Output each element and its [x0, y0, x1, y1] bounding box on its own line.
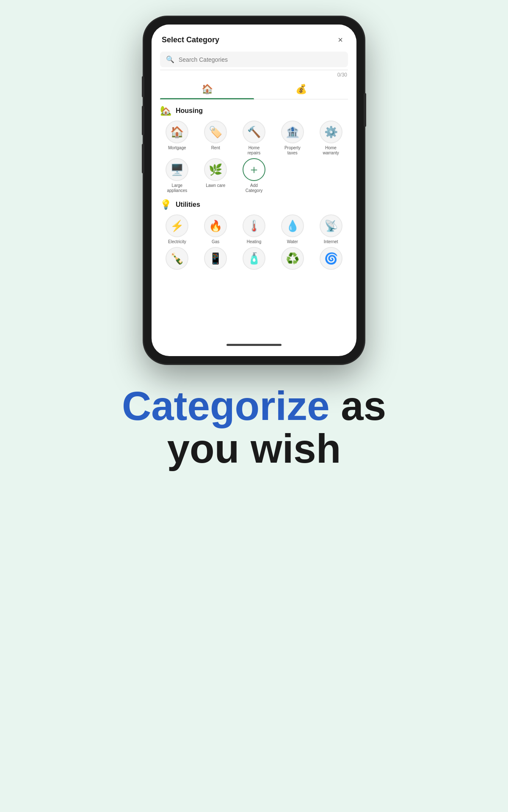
property-taxes-icon-circle: 🏦 — [281, 121, 304, 143]
housing-section-icon: 🏡 — [160, 105, 171, 116]
tab-housing[interactable]: 🏠 — [160, 80, 254, 99]
scroll-content: 🏡 Housing 🏠 Mortgage 🏷️ Rent 🔨 Home repa… — [152, 99, 356, 356]
gas-label: Gas — [212, 239, 219, 244]
modal-header: Select Category × — [152, 25, 356, 52]
home-repairs-icon-circle: 🔨 — [243, 121, 265, 143]
volume-down-button — [142, 144, 144, 173]
home-warranty-item[interactable]: ⚙️ Home warranty — [313, 121, 349, 156]
add-category-icon-circle: ＋ — [243, 158, 265, 181]
volume-silent-button — [142, 76, 144, 97]
internet-item[interactable]: 📡 Internet — [313, 214, 349, 244]
search-bar[interactable]: 🔍 — [160, 52, 348, 67]
misc-item-3[interactable]: 🧴 — [236, 247, 272, 270]
rent-label: Rent — [211, 145, 220, 151]
tagline-line1: Categorize as — [122, 385, 386, 428]
add-category-item[interactable]: ＋ Add Category — [236, 158, 272, 193]
misc-grid: 🍾 📱 🧴 ♻️ 🌀 — [157, 247, 351, 270]
add-category-label: Add Category — [241, 183, 267, 193]
lawn-care-label: Lawn care — [206, 183, 225, 188]
large-appliances-label: Large appliances — [164, 183, 190, 193]
search-input[interactable] — [179, 56, 342, 63]
large-appliances-item[interactable]: 🖥️ Large appliances — [159, 158, 195, 193]
utilities-section-header: 💡 Utilities — [157, 193, 351, 214]
utilities-grid: ⚡ Electricity 🔥 Gas 🌡️ Heating 💧 Water 📡 — [157, 214, 351, 244]
home-warranty-icon-circle: ⚙️ — [320, 121, 342, 143]
large-appliances-icon-circle: 🖥️ — [166, 158, 188, 181]
tagline-section: Categorize as you wish — [88, 385, 420, 470]
home-bar — [226, 344, 282, 346]
housing-grid: 🏠 Mortgage 🏷️ Rent 🔨 Home repairs 🏦 Prop… — [157, 121, 351, 193]
tab-money[interactable]: 💰 — [254, 80, 348, 99]
volume-up-button — [142, 106, 144, 135]
gas-item[interactable]: 🔥 Gas — [198, 214, 234, 244]
misc-icon-3: 🧴 — [243, 247, 265, 270]
misc-icon-2: 📱 — [204, 247, 227, 270]
tagline-word2: as — [330, 383, 386, 428]
mortgage-icon-circle: 🏠 — [166, 121, 188, 143]
tagline-word1: Categorize — [122, 383, 330, 428]
water-item[interactable]: 💧 Water — [274, 214, 310, 244]
water-icon-circle: 💧 — [281, 214, 304, 237]
lawn-care-item[interactable]: 🌿 Lawn care — [198, 158, 234, 193]
tabs-bar: 🏠 💰 — [160, 80, 348, 99]
heating-label: Heating — [247, 239, 261, 244]
money-tab-icon: 💰 — [295, 84, 307, 95]
phone-screen: Select Category × 🔍 0/30 🏠 💰 🏡 Housing — [152, 25, 356, 356]
misc-icon-4: ♻️ — [281, 247, 304, 270]
rent-icon-circle: 🏷️ — [204, 121, 227, 143]
phone-mockup: Select Category × 🔍 0/30 🏠 💰 🏡 Housing — [144, 17, 364, 364]
misc-item-5[interactable]: 🌀 — [313, 247, 349, 270]
close-button[interactable]: × — [334, 34, 346, 46]
housing-section-header: 🏡 Housing — [157, 99, 351, 121]
electricity-item[interactable]: ⚡ Electricity — [159, 214, 195, 244]
property-taxes-label: Property taxes — [280, 145, 305, 156]
housing-tab-icon: 🏠 — [202, 84, 213, 95]
home-repairs-label: Home repairs — [241, 145, 267, 156]
water-label: Water — [287, 239, 298, 244]
search-icon: 🔍 — [166, 55, 174, 63]
electricity-label: Electricity — [168, 239, 186, 244]
housing-section-title: Housing — [176, 107, 203, 115]
lawn-care-icon-circle: 🌿 — [204, 158, 227, 181]
misc-icon-5: 🌀 — [320, 247, 342, 270]
internet-label: Internet — [324, 239, 338, 244]
heating-icon-circle: 🌡️ — [243, 214, 265, 237]
modal-title: Select Category — [162, 36, 219, 44]
counter-badge: 0/30 — [152, 70, 356, 80]
property-taxes-item[interactable]: 🏦 Property taxes — [274, 121, 310, 156]
utilities-section-title: Utilities — [176, 201, 200, 208]
home-repairs-item[interactable]: 🔨 Home repairs — [236, 121, 272, 156]
misc-item-1[interactable]: 🍾 — [159, 247, 195, 270]
gas-icon-circle: 🔥 — [204, 214, 227, 237]
home-warranty-label: Home warranty — [318, 145, 344, 156]
misc-item-2[interactable]: 📱 — [198, 247, 234, 270]
misc-icon-1: 🍾 — [166, 247, 188, 270]
misc-item-4[interactable]: ♻️ — [274, 247, 310, 270]
tagline-line2: you wish — [122, 428, 386, 470]
power-button — [364, 93, 366, 127]
utilities-section-icon: 💡 — [160, 199, 171, 210]
rent-item[interactable]: 🏷️ Rent — [198, 121, 234, 156]
mortgage-item[interactable]: 🏠 Mortgage — [159, 121, 195, 156]
internet-icon-circle: 📡 — [320, 214, 342, 237]
heating-item[interactable]: 🌡️ Heating — [236, 214, 272, 244]
mortgage-label: Mortgage — [168, 145, 186, 151]
electricity-icon-circle: ⚡ — [166, 214, 188, 237]
